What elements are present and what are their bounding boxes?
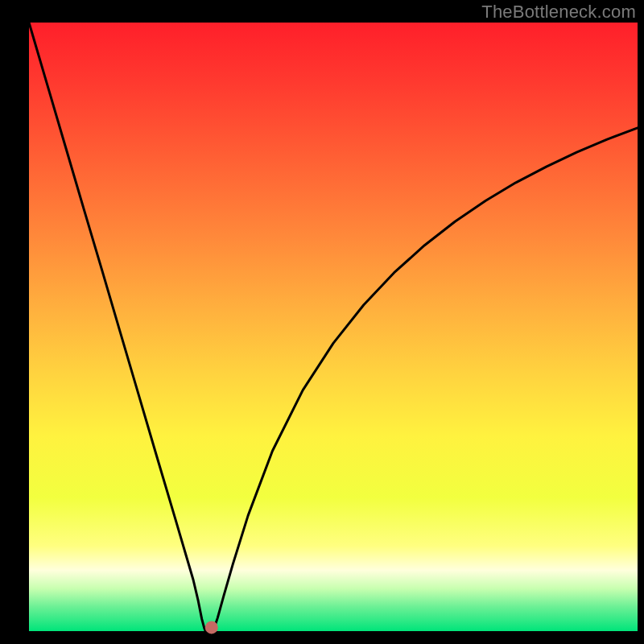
plot-background (29, 23, 638, 631)
watermark-text: TheBottleneck.com (481, 2, 636, 23)
optimum-dot (205, 621, 218, 634)
chart-frame: TheBottleneck.com (0, 0, 644, 644)
bottleneck-chart (0, 0, 644, 644)
